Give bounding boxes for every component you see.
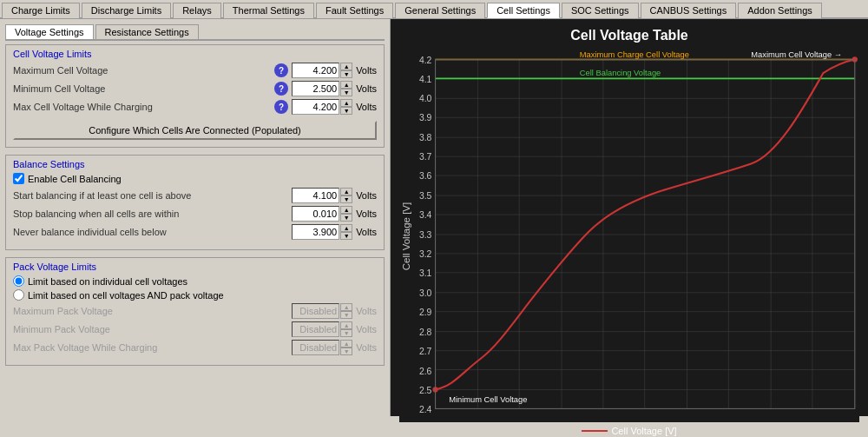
- min-cell-voltage-input[interactable]: [292, 81, 339, 96]
- radio-individual-cells-row: Limit based on individual cell voltages: [13, 275, 377, 287]
- max-cell-voltage-help[interactable]: ?: [274, 63, 288, 77]
- tab-relays[interactable]: Relays: [173, 3, 221, 18]
- stop-balancing-row: Stop balancing when all cells are within…: [13, 206, 377, 222]
- max-pack-voltage-unit: Volts: [356, 306, 377, 316]
- max-cell-voltage-down[interactable]: ▼: [340, 70, 352, 78]
- y-axis-label: Cell Voltage [V]: [401, 202, 411, 270]
- tab-discharge-limits[interactable]: Discharge Limits: [82, 3, 171, 18]
- max-cell-voltage-input[interactable]: [292, 63, 339, 78]
- cell-balancing-label: Cell Balancing Voltage: [580, 69, 661, 77]
- main-content: Voltage Settings Resistance Settings Cel…: [0, 19, 868, 416]
- tab-thermal-settings[interactable]: Thermal Settings: [223, 3, 314, 18]
- svg-text:3.4: 3.4: [419, 210, 432, 220]
- max-pack-voltage-charging-row: Max Pack Voltage While Charging ▲ ▼ Volt…: [13, 340, 377, 355]
- max-pack-voltage-charging-spinner-btns: ▲ ▼: [340, 340, 352, 355]
- min-cell-voltage-label: Minimum Cell Voltage: [13, 83, 274, 94]
- max-pack-voltage-charging-input[interactable]: [292, 340, 339, 355]
- chart-svg: Cell Voltage [V]: [399, 50, 859, 422]
- never-balance-below-row: Never balance individual cells below ▲ ▼…: [13, 224, 377, 240]
- svg-text:2.8: 2.8: [419, 328, 432, 337]
- max-pack-voltage-charging-up[interactable]: ▲: [340, 340, 352, 348]
- min-cell-voltage-spinner: ▲ ▼: [292, 81, 352, 96]
- chart-panel: Cell Voltage Table Cell Voltage [V]: [391, 19, 868, 416]
- svg-text:3.5: 3.5: [419, 191, 432, 201]
- max-cell-voltage-charging-up[interactable]: ▲: [340, 99, 352, 107]
- tab-row-2: General Settings Cell Settings SOC Setti…: [395, 2, 824, 17]
- min-cell-voltage-spinner-btns: ▲ ▼: [340, 81, 352, 96]
- min-pack-voltage-row: Minimum Pack Voltage ▲ ▼ Volts: [13, 321, 377, 337]
- radio-pack-voltage-label: Limit based on cell voltages AND pack vo…: [28, 290, 224, 301]
- tab-addon-settings[interactable]: Addon Settings: [738, 3, 822, 18]
- min-pack-voltage-up[interactable]: ▲: [340, 321, 352, 329]
- never-balance-below-input[interactable]: [292, 224, 339, 240]
- never-balance-below-unit: Volts: [356, 227, 377, 237]
- pack-voltage-limits-label: Pack Voltage Limits: [13, 262, 377, 272]
- max-cell-voltage-charging-label: Max Cell Voltage While Charging: [13, 102, 274, 112]
- tab-resistance-settings[interactable]: Resistance Settings: [95, 24, 199, 39]
- max-cell-voltage-label: Maximum Cell Voltage: [13, 65, 274, 76]
- tab-general-settings[interactable]: General Settings: [395, 3, 485, 18]
- max-pack-voltage-down[interactable]: ▼: [340, 311, 352, 319]
- max-cell-voltage-charging-input[interactable]: [292, 99, 339, 115]
- enable-cell-balancing-checkbox[interactable]: [13, 173, 24, 184]
- radio-individual-cells-label: Limit based on individual cell voltages: [28, 276, 187, 287]
- min-cell-voltage-unit: Volts: [356, 83, 377, 94]
- radio-individual-cells[interactable]: [13, 275, 24, 287]
- max-pack-voltage-up[interactable]: ▲: [340, 303, 352, 311]
- chart-legend-label: Cell Voltage [V]: [611, 426, 676, 436]
- min-pack-voltage-input[interactable]: [292, 321, 339, 337]
- start-balancing-down[interactable]: ▼: [340, 195, 352, 203]
- balance-settings-label: Balance Settings: [13, 159, 377, 169]
- stop-balancing-input[interactable]: [292, 206, 339, 222]
- tab-voltage-settings[interactable]: Voltage Settings: [5, 24, 94, 39]
- max-cell-voltage-spinner: ▲ ▼: [292, 63, 352, 78]
- max-pack-voltage-row: Maximum Pack Voltage ▲ ▼ Volts: [13, 303, 377, 319]
- start-balancing-unit: Volts: [356, 190, 377, 201]
- svg-text:3.7: 3.7: [419, 152, 432, 162]
- top-tab-bar: Charge Limits Discharge Limits Relays Th…: [0, 0, 868, 19]
- start-balancing-label: Start balancing if at least one cell is …: [13, 190, 292, 201]
- stop-balancing-up[interactable]: ▲: [340, 206, 352, 214]
- cell-voltage-limits-label: Cell Voltage Limits: [13, 49, 377, 59]
- max-cell-voltage-row: Maximum Cell Voltage ? ▲ ▼ Volts: [13, 63, 377, 78]
- min-pack-voltage-unit: Volts: [356, 324, 377, 334]
- configure-cells-button[interactable]: Configure Which Cells Are Connected (Pop…: [13, 121, 377, 140]
- min-cell-voltage-up[interactable]: ▲: [340, 81, 352, 89]
- enable-cell-balancing-row: Enable Cell Balancing: [13, 173, 377, 184]
- never-balance-below-label: Never balance individual cells below: [13, 227, 292, 237]
- stop-balancing-down[interactable]: ▼: [340, 214, 352, 222]
- max-cell-voltage-charging-row: Max Cell Voltage While Charging ? ▲ ▼ Vo…: [13, 99, 377, 115]
- tab-soc-settings[interactable]: SOC Settings: [562, 3, 639, 18]
- max-cell-voltage-charging-help[interactable]: ?: [274, 100, 288, 114]
- never-balance-below-down[interactable]: ▼: [340, 232, 352, 240]
- svg-text:3.8: 3.8: [419, 133, 432, 142]
- svg-text:3.9: 3.9: [419, 113, 432, 122]
- svg-text:2.9: 2.9: [419, 308, 432, 317]
- min-cell-voltage-help[interactable]: ?: [274, 82, 288, 96]
- stop-balancing-spinner: ▲ ▼: [292, 206, 352, 222]
- tab-cell-settings[interactable]: Cell Settings: [487, 3, 560, 18]
- max-cell-voltage-charging-down[interactable]: ▼: [340, 107, 352, 115]
- max-pack-voltage-input[interactable]: [292, 303, 339, 319]
- max-cell-voltage-unit: Volts: [356, 65, 377, 76]
- svg-text:2.6: 2.6: [419, 367, 432, 376]
- max-pack-voltage-charging-down[interactable]: ▼: [340, 348, 352, 355]
- tab-charge-limits[interactable]: Charge Limits: [2, 3, 80, 18]
- min-cell-voltage-down[interactable]: ▼: [340, 89, 352, 96]
- enable-cell-balancing-label: Enable Cell Balancing: [28, 174, 122, 184]
- tab-fault-settings[interactable]: Fault Settings: [316, 3, 393, 18]
- never-balance-below-up[interactable]: ▲: [340, 224, 352, 232]
- start-balancing-row: Start balancing if at least one cell is …: [13, 188, 377, 203]
- max-cell-voltage-up[interactable]: ▲: [340, 63, 352, 70]
- svg-text:3.6: 3.6: [419, 171, 432, 181]
- tab-canbus-settings[interactable]: CANBUS Settings: [641, 3, 737, 18]
- radio-pack-voltage[interactable]: [13, 289, 24, 301]
- chart-title: Cell Voltage Table: [570, 28, 687, 43]
- max-cell-voltage-spinner-btns: ▲ ▼: [340, 63, 352, 78]
- svg-text:3.2: 3.2: [419, 249, 432, 259]
- svg-rect-0: [399, 50, 859, 422]
- start-balancing-input[interactable]: [292, 188, 339, 203]
- radio-pack-voltage-row: Limit based on cell voltages AND pack vo…: [13, 289, 377, 301]
- start-balancing-up[interactable]: ▲: [340, 188, 352, 195]
- min-pack-voltage-down[interactable]: ▼: [340, 329, 352, 337]
